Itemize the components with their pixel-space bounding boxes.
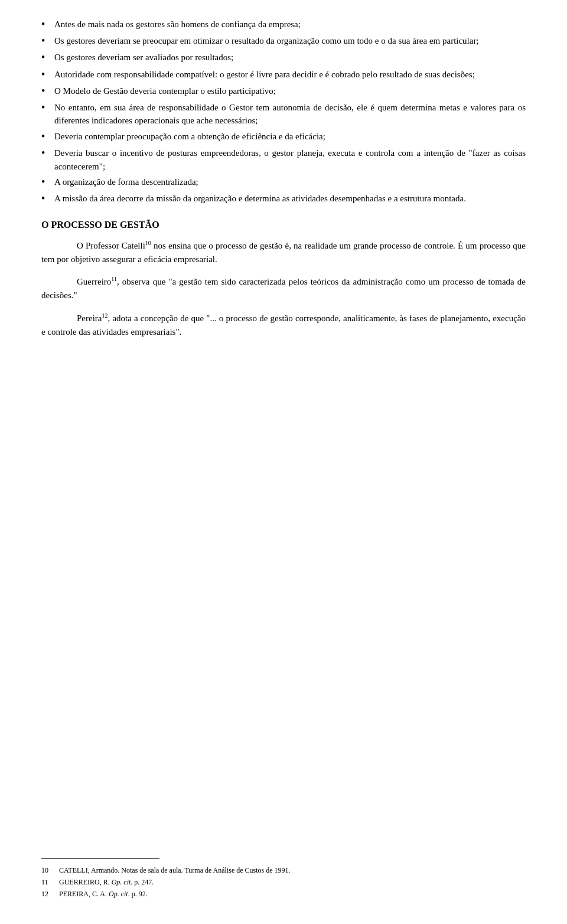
footnote-separator	[41, 858, 159, 859]
catelli-sup: 10	[145, 240, 151, 246]
bullet-icon: •	[41, 175, 54, 190]
footnote-item: 12PEREIRA, C. A. Op. cit. p. 92.	[41, 889, 526, 899]
list-item: •Os gestores deveriam se preocupar em ot…	[41, 34, 526, 48]
list-item-text: Os gestores deveriam se preocupar em oti…	[54, 34, 526, 48]
list-item: •Deveria contemplar preocupação com a ob…	[41, 130, 526, 144]
footnote-num: 12	[41, 889, 59, 899]
bullet-icon: •	[41, 34, 54, 48]
footnote-text: CATELLI, Armando. Notas de sala de aula.…	[59, 865, 526, 876]
content-area: •Antes de mais nada os gestores são home…	[41, 18, 526, 418]
list-item: •Antes de mais nada os gestores são home…	[41, 18, 526, 32]
footnote-text: GUERREIRO, R. Op. cit. p. 247.	[59, 877, 526, 887]
section-title: O PROCESSO DE GESTÃO	[41, 220, 526, 230]
bullet-icon: •	[41, 67, 54, 82]
footnote-item: 10CATELLI, Armando. Notas de sala de aul…	[41, 865, 526, 876]
pereira-author: Pereira	[77, 314, 102, 323]
list-item: •A missão da área decorre da missão da o…	[41, 192, 526, 206]
list-item-text: A organização de forma descentralizada;	[54, 175, 526, 189]
footnote-num: 11	[41, 877, 59, 887]
list-item-text: Deveria buscar o incentivo de posturas e…	[54, 146, 526, 173]
page: •Antes de mais nada os gestores são home…	[0, 0, 567, 924]
list-item: •A organização de forma descentralizada;	[41, 175, 526, 190]
pereira-sup: 12	[102, 312, 107, 319]
bullet-icon: •	[41, 17, 54, 32]
list-item: •Autoridade com responsabilidade compatí…	[41, 68, 526, 82]
guerreiro-sup: 11	[111, 276, 117, 282]
pereira-body: , adota a concepção de que "... o proces…	[41, 314, 526, 337]
footnotes-section: 10CATELLI, Armando. Notas de sala de aul…	[41, 858, 526, 900]
bullet-icon: •	[41, 146, 54, 161]
paragraph-pereira: Pereira12, adota a concepção de que "...…	[41, 311, 526, 339]
bullet-icon: •	[41, 50, 54, 65]
bullet-list: •Antes de mais nada os gestores são home…	[41, 18, 526, 207]
bullet-icon: •	[41, 191, 54, 206]
footnote-num: 10	[41, 865, 59, 876]
list-item: •Os gestores deveriam ser avaliados por …	[41, 51, 526, 65]
guerreiro-author: Guerreiro	[77, 277, 111, 286]
bullet-icon: •	[41, 129, 54, 144]
footnote-item: 11GUERREIRO, R. Op. cit. p. 247.	[41, 877, 526, 887]
catelli-author: O Professor Catelli	[77, 241, 145, 250]
footnote-text: PEREIRA, C. A. Op. cit. p. 92.	[59, 889, 526, 899]
list-item-text: Autoridade com responsabilidade compatív…	[54, 68, 526, 81]
paragraph-guerreiro: Guerreiro11, observa que "a gestão tem s…	[41, 275, 526, 303]
list-item-text: Deveria contemplar preocupação com a obt…	[54, 130, 526, 143]
list-item-text: Os gestores deveriam ser avaliados por r…	[54, 51, 526, 64]
list-item-text: O Modelo de Gestão deveria contemplar o …	[54, 84, 526, 98]
list-item: •O Modelo de Gestão deveria contemplar o…	[41, 84, 526, 99]
bullet-icon: •	[41, 100, 54, 115]
bullet-icon: •	[41, 84, 54, 99]
list-item: •No entanto, em sua área de responsabili…	[41, 101, 526, 128]
paragraph-catelli: O Professor Catelli10 nos ensina que o p…	[41, 239, 526, 267]
list-item: •Deveria buscar o incentivo de posturas …	[41, 146, 526, 173]
list-item-text: A missão da área decorre da missão da or…	[54, 192, 526, 205]
list-item-text: No entanto, em sua área de responsabilid…	[54, 101, 526, 128]
list-item-text: Antes de mais nada os gestores são homen…	[54, 18, 526, 31]
